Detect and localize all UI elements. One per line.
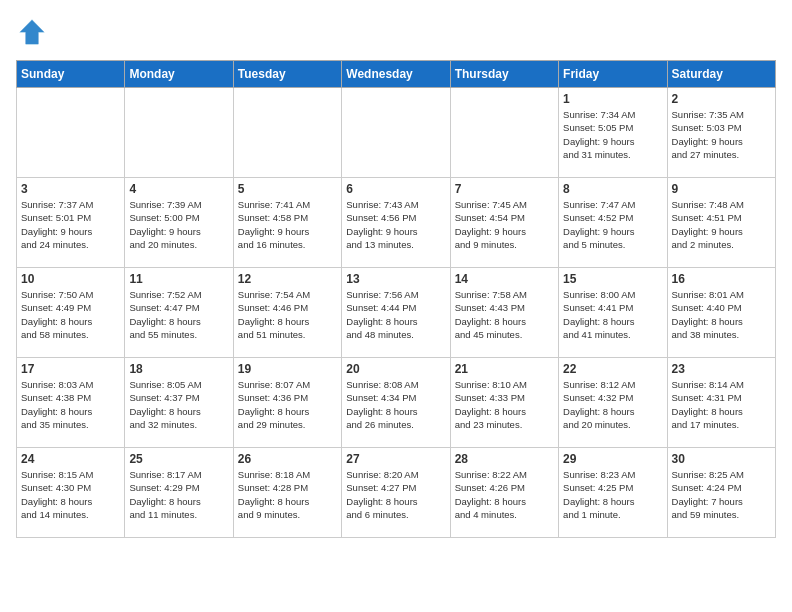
week-row-1: 1Sunrise: 7:34 AM Sunset: 5:05 PM Daylig… [17, 88, 776, 178]
day-number: 5 [238, 182, 337, 196]
day-info: Sunrise: 7:52 AM Sunset: 4:47 PM Dayligh… [129, 288, 228, 341]
day-number: 3 [21, 182, 120, 196]
day-number: 15 [563, 272, 662, 286]
day-number: 26 [238, 452, 337, 466]
day-number: 23 [672, 362, 771, 376]
calendar-cell: 6Sunrise: 7:43 AM Sunset: 4:56 PM Daylig… [342, 178, 450, 268]
weekday-header-tuesday: Tuesday [233, 61, 341, 88]
day-number: 6 [346, 182, 445, 196]
header [16, 16, 776, 48]
calendar-cell: 25Sunrise: 8:17 AM Sunset: 4:29 PM Dayli… [125, 448, 233, 538]
calendar-cell [450, 88, 558, 178]
day-number: 4 [129, 182, 228, 196]
day-info: Sunrise: 8:10 AM Sunset: 4:33 PM Dayligh… [455, 378, 554, 431]
day-number: 10 [21, 272, 120, 286]
day-info: Sunrise: 8:12 AM Sunset: 4:32 PM Dayligh… [563, 378, 662, 431]
calendar-cell: 12Sunrise: 7:54 AM Sunset: 4:46 PM Dayli… [233, 268, 341, 358]
day-info: Sunrise: 7:50 AM Sunset: 4:49 PM Dayligh… [21, 288, 120, 341]
day-info: Sunrise: 7:58 AM Sunset: 4:43 PM Dayligh… [455, 288, 554, 341]
day-info: Sunrise: 8:23 AM Sunset: 4:25 PM Dayligh… [563, 468, 662, 521]
day-number: 14 [455, 272, 554, 286]
day-info: Sunrise: 7:47 AM Sunset: 4:52 PM Dayligh… [563, 198, 662, 251]
day-number: 20 [346, 362, 445, 376]
calendar-cell: 19Sunrise: 8:07 AM Sunset: 4:36 PM Dayli… [233, 358, 341, 448]
day-number: 12 [238, 272, 337, 286]
weekday-header-friday: Friday [559, 61, 667, 88]
day-number: 17 [21, 362, 120, 376]
day-info: Sunrise: 8:18 AM Sunset: 4:28 PM Dayligh… [238, 468, 337, 521]
calendar-cell: 1Sunrise: 7:34 AM Sunset: 5:05 PM Daylig… [559, 88, 667, 178]
day-info: Sunrise: 8:07 AM Sunset: 4:36 PM Dayligh… [238, 378, 337, 431]
day-number: 24 [21, 452, 120, 466]
calendar-cell: 2Sunrise: 7:35 AM Sunset: 5:03 PM Daylig… [667, 88, 775, 178]
logo-icon [16, 16, 48, 48]
day-info: Sunrise: 8:05 AM Sunset: 4:37 PM Dayligh… [129, 378, 228, 431]
calendar-cell: 3Sunrise: 7:37 AM Sunset: 5:01 PM Daylig… [17, 178, 125, 268]
week-row-2: 3Sunrise: 7:37 AM Sunset: 5:01 PM Daylig… [17, 178, 776, 268]
day-info: Sunrise: 8:08 AM Sunset: 4:34 PM Dayligh… [346, 378, 445, 431]
calendar-cell: 16Sunrise: 8:01 AM Sunset: 4:40 PM Dayli… [667, 268, 775, 358]
day-number: 11 [129, 272, 228, 286]
calendar-cell: 17Sunrise: 8:03 AM Sunset: 4:38 PM Dayli… [17, 358, 125, 448]
calendar: SundayMondayTuesdayWednesdayThursdayFrid… [16, 60, 776, 538]
weekday-header-saturday: Saturday [667, 61, 775, 88]
calendar-cell: 14Sunrise: 7:58 AM Sunset: 4:43 PM Dayli… [450, 268, 558, 358]
calendar-cell: 21Sunrise: 8:10 AM Sunset: 4:33 PM Dayli… [450, 358, 558, 448]
day-number: 1 [563, 92, 662, 106]
day-info: Sunrise: 8:25 AM Sunset: 4:24 PM Dayligh… [672, 468, 771, 521]
day-info: Sunrise: 8:01 AM Sunset: 4:40 PM Dayligh… [672, 288, 771, 341]
day-number: 29 [563, 452, 662, 466]
day-number: 30 [672, 452, 771, 466]
day-info: Sunrise: 8:17 AM Sunset: 4:29 PM Dayligh… [129, 468, 228, 521]
weekday-header-sunday: Sunday [17, 61, 125, 88]
day-info: Sunrise: 7:54 AM Sunset: 4:46 PM Dayligh… [238, 288, 337, 341]
calendar-cell: 15Sunrise: 8:00 AM Sunset: 4:41 PM Dayli… [559, 268, 667, 358]
calendar-cell: 18Sunrise: 8:05 AM Sunset: 4:37 PM Dayli… [125, 358, 233, 448]
day-number: 28 [455, 452, 554, 466]
calendar-cell [125, 88, 233, 178]
day-info: Sunrise: 7:37 AM Sunset: 5:01 PM Dayligh… [21, 198, 120, 251]
day-number: 25 [129, 452, 228, 466]
calendar-cell: 5Sunrise: 7:41 AM Sunset: 4:58 PM Daylig… [233, 178, 341, 268]
calendar-cell: 30Sunrise: 8:25 AM Sunset: 4:24 PM Dayli… [667, 448, 775, 538]
calendar-cell [233, 88, 341, 178]
day-info: Sunrise: 7:43 AM Sunset: 4:56 PM Dayligh… [346, 198, 445, 251]
calendar-cell: 7Sunrise: 7:45 AM Sunset: 4:54 PM Daylig… [450, 178, 558, 268]
day-number: 22 [563, 362, 662, 376]
calendar-cell [17, 88, 125, 178]
day-number: 19 [238, 362, 337, 376]
week-row-5: 24Sunrise: 8:15 AM Sunset: 4:30 PM Dayli… [17, 448, 776, 538]
calendar-cell: 11Sunrise: 7:52 AM Sunset: 4:47 PM Dayli… [125, 268, 233, 358]
weekday-header-wednesday: Wednesday [342, 61, 450, 88]
week-row-4: 17Sunrise: 8:03 AM Sunset: 4:38 PM Dayli… [17, 358, 776, 448]
calendar-cell: 9Sunrise: 7:48 AM Sunset: 4:51 PM Daylig… [667, 178, 775, 268]
calendar-cell: 13Sunrise: 7:56 AM Sunset: 4:44 PM Dayli… [342, 268, 450, 358]
day-number: 9 [672, 182, 771, 196]
calendar-cell: 22Sunrise: 8:12 AM Sunset: 4:32 PM Dayli… [559, 358, 667, 448]
day-number: 8 [563, 182, 662, 196]
day-number: 27 [346, 452, 445, 466]
day-info: Sunrise: 8:03 AM Sunset: 4:38 PM Dayligh… [21, 378, 120, 431]
day-info: Sunrise: 7:45 AM Sunset: 4:54 PM Dayligh… [455, 198, 554, 251]
weekday-header-thursday: Thursday [450, 61, 558, 88]
day-number: 18 [129, 362, 228, 376]
calendar-cell: 20Sunrise: 8:08 AM Sunset: 4:34 PM Dayli… [342, 358, 450, 448]
calendar-cell: 24Sunrise: 8:15 AM Sunset: 4:30 PM Dayli… [17, 448, 125, 538]
day-info: Sunrise: 7:34 AM Sunset: 5:05 PM Dayligh… [563, 108, 662, 161]
weekday-header-monday: Monday [125, 61, 233, 88]
weekday-header-row: SundayMondayTuesdayWednesdayThursdayFrid… [17, 61, 776, 88]
calendar-cell: 10Sunrise: 7:50 AM Sunset: 4:49 PM Dayli… [17, 268, 125, 358]
day-number: 2 [672, 92, 771, 106]
day-info: Sunrise: 8:15 AM Sunset: 4:30 PM Dayligh… [21, 468, 120, 521]
day-info: Sunrise: 8:20 AM Sunset: 4:27 PM Dayligh… [346, 468, 445, 521]
day-info: Sunrise: 7:56 AM Sunset: 4:44 PM Dayligh… [346, 288, 445, 341]
day-number: 7 [455, 182, 554, 196]
calendar-cell: 28Sunrise: 8:22 AM Sunset: 4:26 PM Dayli… [450, 448, 558, 538]
logo [16, 16, 52, 48]
day-number: 13 [346, 272, 445, 286]
day-info: Sunrise: 7:35 AM Sunset: 5:03 PM Dayligh… [672, 108, 771, 161]
day-number: 21 [455, 362, 554, 376]
day-info: Sunrise: 7:41 AM Sunset: 4:58 PM Dayligh… [238, 198, 337, 251]
day-info: Sunrise: 8:14 AM Sunset: 4:31 PM Dayligh… [672, 378, 771, 431]
calendar-cell [342, 88, 450, 178]
